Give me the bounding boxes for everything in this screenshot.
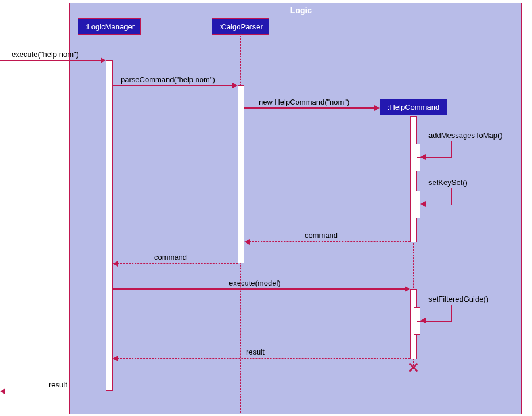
msg-return-result-2: result <box>49 380 67 389</box>
arrowhead-m2 <box>232 83 238 88</box>
activation-logicmanager <box>106 60 113 391</box>
arrowhead-m10 <box>113 356 118 361</box>
arrowhead-m1 <box>101 57 106 63</box>
msg-execute-help-nom: execute("help nom") <box>12 50 79 59</box>
arrowhead-m4 <box>420 154 426 160</box>
arrowhead-m9 <box>420 318 426 323</box>
arrow-m8 <box>113 288 406 290</box>
logic-frame: Logic <box>69 3 522 414</box>
arrow-m2 <box>113 85 234 86</box>
msg-return-result-1: result <box>246 348 265 356</box>
activation-helpcommand-1 <box>410 116 417 242</box>
destroy-helpcommand: ✕ <box>407 359 420 377</box>
arrowhead-m7 <box>113 261 118 267</box>
participant-calgoparser: :CalgoParser <box>212 18 269 35</box>
msg-setkeyset: setKeySet() <box>428 178 468 187</box>
msg-new-helpcommand: new HelpCommand("nom") <box>259 98 349 106</box>
arrow-m6 <box>249 241 410 242</box>
participant-helpcommand: :HelpCommand <box>380 99 447 115</box>
msg-return-command-2: command <box>154 253 187 261</box>
arrow-m3 <box>244 107 376 109</box>
arrowhead-m8 <box>405 286 410 292</box>
arrowhead-m6 <box>244 239 250 245</box>
arrowhead-m3 <box>374 105 380 111</box>
arrowhead-m11 <box>0 388 5 394</box>
msg-setfilteredguide: setFilteredGuide() <box>428 295 488 303</box>
participant-logicmanager: :LogicManager <box>78 18 141 35</box>
msg-parsecommand: parseCommand("help nom") <box>121 75 215 84</box>
arrow-m10 <box>117 358 410 359</box>
arrow-m7 <box>117 263 238 264</box>
frame-title: Logic <box>70 3 532 17</box>
msg-execute-model: execute(model) <box>229 279 281 287</box>
arrow-m1 <box>0 60 101 61</box>
arrow-m11 <box>5 391 106 391</box>
msg-return-command-1: command <box>305 231 338 240</box>
arrowhead-m5 <box>420 201 426 207</box>
msg-addmessagestomap: addMessagesToMap() <box>428 131 503 140</box>
activation-calgoparser <box>238 85 244 263</box>
